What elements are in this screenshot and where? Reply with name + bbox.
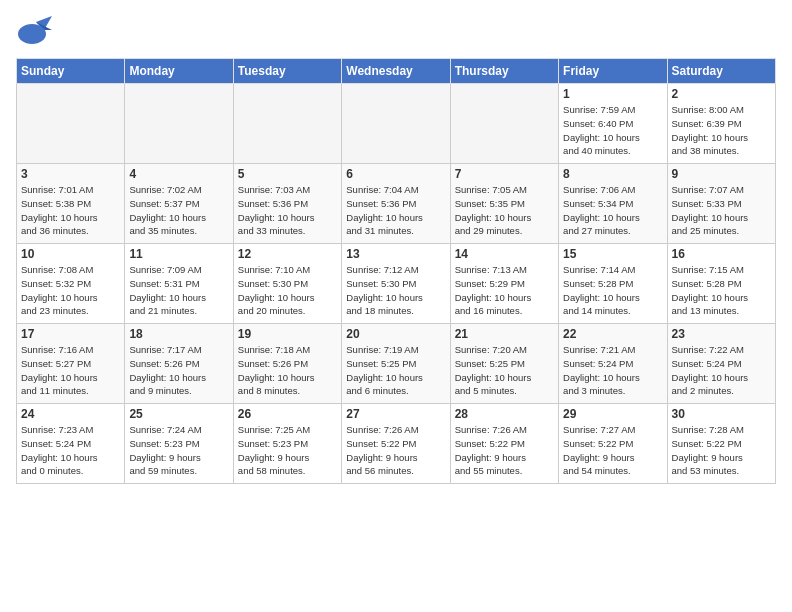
calendar-weekday-thursday: Thursday: [450, 59, 558, 84]
day-info: Sunrise: 7:20 AM Sunset: 5:25 PM Dayligh…: [455, 343, 554, 398]
day-info: Sunrise: 7:22 AM Sunset: 5:24 PM Dayligh…: [672, 343, 771, 398]
day-number: 18: [129, 327, 228, 341]
day-number: 10: [21, 247, 120, 261]
calendar-cell: 25Sunrise: 7:24 AM Sunset: 5:23 PM Dayli…: [125, 404, 233, 484]
day-info: Sunrise: 8:00 AM Sunset: 6:39 PM Dayligh…: [672, 103, 771, 158]
day-number: 6: [346, 167, 445, 181]
calendar-cell: 10Sunrise: 7:08 AM Sunset: 5:32 PM Dayli…: [17, 244, 125, 324]
day-number: 1: [563, 87, 662, 101]
day-number: 27: [346, 407, 445, 421]
day-number: 5: [238, 167, 337, 181]
calendar-weekday-wednesday: Wednesday: [342, 59, 450, 84]
day-number: 23: [672, 327, 771, 341]
calendar-header-row: SundayMondayTuesdayWednesdayThursdayFrid…: [17, 59, 776, 84]
day-info: Sunrise: 7:01 AM Sunset: 5:38 PM Dayligh…: [21, 183, 120, 238]
calendar-cell: 1Sunrise: 7:59 AM Sunset: 6:40 PM Daylig…: [559, 84, 667, 164]
day-info: Sunrise: 7:21 AM Sunset: 5:24 PM Dayligh…: [563, 343, 662, 398]
day-number: 17: [21, 327, 120, 341]
calendar-cell: 9Sunrise: 7:07 AM Sunset: 5:33 PM Daylig…: [667, 164, 775, 244]
day-info: Sunrise: 7:05 AM Sunset: 5:35 PM Dayligh…: [455, 183, 554, 238]
calendar-cell: 12Sunrise: 7:10 AM Sunset: 5:30 PM Dayli…: [233, 244, 341, 324]
calendar-weekday-saturday: Saturday: [667, 59, 775, 84]
day-info: Sunrise: 7:03 AM Sunset: 5:36 PM Dayligh…: [238, 183, 337, 238]
logo-icon: [16, 16, 52, 48]
day-number: 25: [129, 407, 228, 421]
calendar-cell: 14Sunrise: 7:13 AM Sunset: 5:29 PM Dayli…: [450, 244, 558, 324]
logo: [16, 16, 56, 48]
day-info: Sunrise: 7:25 AM Sunset: 5:23 PM Dayligh…: [238, 423, 337, 478]
day-number: 29: [563, 407, 662, 421]
calendar-cell: 23Sunrise: 7:22 AM Sunset: 5:24 PM Dayli…: [667, 324, 775, 404]
calendar-cell: 16Sunrise: 7:15 AM Sunset: 5:28 PM Dayli…: [667, 244, 775, 324]
calendar-cell: 17Sunrise: 7:16 AM Sunset: 5:27 PM Dayli…: [17, 324, 125, 404]
day-info: Sunrise: 7:24 AM Sunset: 5:23 PM Dayligh…: [129, 423, 228, 478]
calendar-cell: [125, 84, 233, 164]
calendar-cell: [450, 84, 558, 164]
calendar-cell: 22Sunrise: 7:21 AM Sunset: 5:24 PM Dayli…: [559, 324, 667, 404]
day-info: Sunrise: 7:17 AM Sunset: 5:26 PM Dayligh…: [129, 343, 228, 398]
calendar-cell: 19Sunrise: 7:18 AM Sunset: 5:26 PM Dayli…: [233, 324, 341, 404]
calendar-cell: [233, 84, 341, 164]
calendar-cell: 26Sunrise: 7:25 AM Sunset: 5:23 PM Dayli…: [233, 404, 341, 484]
calendar-cell: [17, 84, 125, 164]
calendar-cell: 7Sunrise: 7:05 AM Sunset: 5:35 PM Daylig…: [450, 164, 558, 244]
day-info: Sunrise: 7:16 AM Sunset: 5:27 PM Dayligh…: [21, 343, 120, 398]
day-number: 24: [21, 407, 120, 421]
day-info: Sunrise: 7:26 AM Sunset: 5:22 PM Dayligh…: [455, 423, 554, 478]
calendar-cell: 15Sunrise: 7:14 AM Sunset: 5:28 PM Dayli…: [559, 244, 667, 324]
calendar-cell: 13Sunrise: 7:12 AM Sunset: 5:30 PM Dayli…: [342, 244, 450, 324]
day-number: 15: [563, 247, 662, 261]
day-number: 3: [21, 167, 120, 181]
day-info: Sunrise: 7:26 AM Sunset: 5:22 PM Dayligh…: [346, 423, 445, 478]
day-info: Sunrise: 7:07 AM Sunset: 5:33 PM Dayligh…: [672, 183, 771, 238]
day-number: 22: [563, 327, 662, 341]
calendar-table: SundayMondayTuesdayWednesdayThursdayFrid…: [16, 58, 776, 484]
day-number: 7: [455, 167, 554, 181]
day-number: 14: [455, 247, 554, 261]
calendar-body: 1Sunrise: 7:59 AM Sunset: 6:40 PM Daylig…: [17, 84, 776, 484]
day-number: 9: [672, 167, 771, 181]
calendar-cell: 29Sunrise: 7:27 AM Sunset: 5:22 PM Dayli…: [559, 404, 667, 484]
day-info: Sunrise: 7:08 AM Sunset: 5:32 PM Dayligh…: [21, 263, 120, 318]
day-number: 26: [238, 407, 337, 421]
calendar-cell: 2Sunrise: 8:00 AM Sunset: 6:39 PM Daylig…: [667, 84, 775, 164]
calendar-cell: 11Sunrise: 7:09 AM Sunset: 5:31 PM Dayli…: [125, 244, 233, 324]
day-info: Sunrise: 7:27 AM Sunset: 5:22 PM Dayligh…: [563, 423, 662, 478]
calendar-cell: 21Sunrise: 7:20 AM Sunset: 5:25 PM Dayli…: [450, 324, 558, 404]
calendar-cell: 30Sunrise: 7:28 AM Sunset: 5:22 PM Dayli…: [667, 404, 775, 484]
calendar-cell: 5Sunrise: 7:03 AM Sunset: 5:36 PM Daylig…: [233, 164, 341, 244]
day-number: 30: [672, 407, 771, 421]
day-info: Sunrise: 7:18 AM Sunset: 5:26 PM Dayligh…: [238, 343, 337, 398]
page-header: [16, 16, 776, 48]
calendar-cell: 24Sunrise: 7:23 AM Sunset: 5:24 PM Dayli…: [17, 404, 125, 484]
day-number: 21: [455, 327, 554, 341]
calendar-cell: 3Sunrise: 7:01 AM Sunset: 5:38 PM Daylig…: [17, 164, 125, 244]
calendar-cell: 8Sunrise: 7:06 AM Sunset: 5:34 PM Daylig…: [559, 164, 667, 244]
calendar-weekday-monday: Monday: [125, 59, 233, 84]
day-info: Sunrise: 7:04 AM Sunset: 5:36 PM Dayligh…: [346, 183, 445, 238]
svg-point-2: [18, 24, 46, 44]
day-info: Sunrise: 7:09 AM Sunset: 5:31 PM Dayligh…: [129, 263, 228, 318]
day-number: 8: [563, 167, 662, 181]
day-number: 11: [129, 247, 228, 261]
calendar-cell: 28Sunrise: 7:26 AM Sunset: 5:22 PM Dayli…: [450, 404, 558, 484]
day-info: Sunrise: 7:02 AM Sunset: 5:37 PM Dayligh…: [129, 183, 228, 238]
day-info: Sunrise: 7:13 AM Sunset: 5:29 PM Dayligh…: [455, 263, 554, 318]
calendar-weekday-tuesday: Tuesday: [233, 59, 341, 84]
calendar-week-row: 3Sunrise: 7:01 AM Sunset: 5:38 PM Daylig…: [17, 164, 776, 244]
day-number: 16: [672, 247, 771, 261]
day-info: Sunrise: 7:14 AM Sunset: 5:28 PM Dayligh…: [563, 263, 662, 318]
day-info: Sunrise: 7:59 AM Sunset: 6:40 PM Dayligh…: [563, 103, 662, 158]
day-number: 13: [346, 247, 445, 261]
calendar-week-row: 10Sunrise: 7:08 AM Sunset: 5:32 PM Dayli…: [17, 244, 776, 324]
calendar-week-row: 1Sunrise: 7:59 AM Sunset: 6:40 PM Daylig…: [17, 84, 776, 164]
calendar-cell: 27Sunrise: 7:26 AM Sunset: 5:22 PM Dayli…: [342, 404, 450, 484]
calendar-week-row: 24Sunrise: 7:23 AM Sunset: 5:24 PM Dayli…: [17, 404, 776, 484]
day-number: 28: [455, 407, 554, 421]
calendar-cell: 20Sunrise: 7:19 AM Sunset: 5:25 PM Dayli…: [342, 324, 450, 404]
day-info: Sunrise: 7:06 AM Sunset: 5:34 PM Dayligh…: [563, 183, 662, 238]
calendar-weekday-friday: Friday: [559, 59, 667, 84]
day-number: 19: [238, 327, 337, 341]
day-info: Sunrise: 7:12 AM Sunset: 5:30 PM Dayligh…: [346, 263, 445, 318]
day-info: Sunrise: 7:28 AM Sunset: 5:22 PM Dayligh…: [672, 423, 771, 478]
